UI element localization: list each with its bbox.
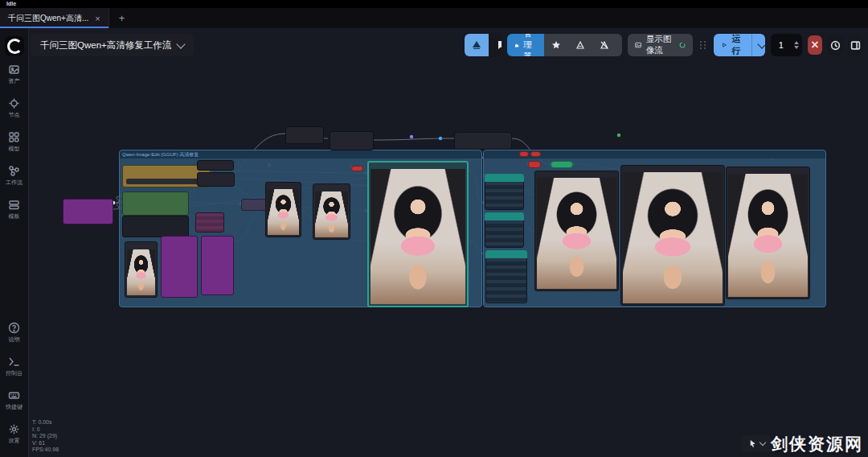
graph-node-greenbody[interactable] (122, 216, 189, 237)
image-preview-node[interactable] (726, 167, 810, 299)
graph-node-dark[interactable] (330, 131, 374, 150)
generated-image[interactable] (315, 191, 348, 237)
comfyui-logo[interactable] (5, 36, 24, 56)
graph-node-dark[interactable] (197, 160, 234, 171)
pointer-mode-button[interactable] (741, 435, 772, 452)
settings-icon (8, 423, 20, 435)
templates-icon (8, 199, 20, 211)
manager-button-group: 管理器 (507, 34, 622, 56)
active-tab-indicator (0, 27, 108, 28)
history-button[interactable] (828, 35, 842, 55)
graph-node-teal[interactable] (485, 212, 524, 248)
alert-b-button[interactable] (592, 34, 616, 56)
share-button[interactable] (616, 34, 623, 56)
sidebar-item-settings[interactable]: 设置 (8, 423, 20, 445)
image-preview-node[interactable] (620, 165, 725, 306)
image-preview-node[interactable] (367, 161, 469, 307)
watermark: 剑侠资源网 (771, 433, 863, 455)
graph-node-teal[interactable] (485, 250, 527, 303)
image-preview-node[interactable] (265, 182, 301, 237)
graph-node-purple[interactable] (201, 236, 234, 295)
workspace-button-group (465, 34, 502, 56)
stat-line: I: 0 (32, 426, 59, 434)
clock-history-icon (830, 40, 841, 51)
tab-bar: 千问三图Qwen+高清... × + (0, 8, 868, 28)
generated-image[interactable] (127, 249, 155, 295)
sidebar-item-assets[interactable]: 资产 (8, 64, 20, 85)
run-split-button: 运行 (714, 34, 765, 56)
sidebar-item-workflows[interactable]: 工作流 (6, 165, 23, 187)
generated-image[interactable] (537, 178, 616, 289)
graph-node-green[interactable] (122, 191, 189, 216)
sidebar-item-nodes[interactable]: 节点 (8, 97, 20, 119)
node-graph-canvas[interactable]: Qwen-Image-Edit (GGUF) 高清修复 (0, 0, 868, 457)
show-image-flow-button[interactable]: 显示图像流 (628, 34, 692, 56)
generated-image[interactable] (371, 169, 465, 304)
chevron-down-icon (759, 439, 765, 446)
workspace-logo-button[interactable] (465, 34, 489, 56)
alert-a-button[interactable] (568, 34, 592, 56)
run-label: 运行 (731, 34, 743, 56)
image-preview-node[interactable] (125, 241, 158, 298)
sidebar-item-label: 模板 (9, 212, 20, 220)
sidebar-item-help[interactable]: 说明 (8, 322, 20, 344)
show-image-flow-label: 显示图像流 (646, 34, 675, 56)
workflow-tab[interactable]: 千问三图Qwen+高清... × (0, 8, 109, 28)
chevron-down-icon (757, 39, 764, 48)
workflow-title-dropdown[interactable]: 千问三图Qwen+高清修复工作流 (31, 34, 194, 56)
graph-node-dark[interactable] (197, 172, 235, 187)
image-preview-node[interactable] (534, 171, 619, 291)
toolbar-drag-handle[interactable] (700, 41, 706, 49)
workflows-icon (8, 165, 20, 177)
graph-node-maroon[interactable] (195, 212, 224, 233)
alert-a-icon (575, 40, 585, 50)
batch-count-input[interactable] (777, 39, 792, 51)
graph-node-dark[interactable] (454, 132, 512, 150)
help-icon (8, 322, 20, 334)
run-button[interactable]: 运行 (714, 34, 751, 56)
cancel-run-button[interactable]: × (808, 35, 822, 55)
image-flow-group: 显示图像流 (628, 34, 692, 56)
sidebar-item-shortcuts[interactable]: 快捷键 (6, 389, 23, 411)
sidebar-item-models[interactable]: 模型 (8, 131, 20, 153)
star-button[interactable] (544, 34, 568, 56)
left-sidebar: 资产节点模型工作流模板说明控制台快捷键设置 (0, 28, 29, 457)
generated-image[interactable] (268, 189, 299, 235)
panel-toggle-button[interactable] (849, 35, 863, 55)
models-icon (8, 131, 20, 143)
star-icon (551, 40, 561, 50)
graph-node-redpill[interactable] (351, 166, 363, 171)
graph-node-greenpill[interactable] (551, 161, 573, 168)
puzzle-icon (514, 40, 519, 50)
batch-count-box (771, 34, 802, 56)
tab-close-icon[interactable]: × (95, 14, 100, 23)
shortcuts-icon (8, 389, 20, 401)
sidebar-item-label: 工作流 (6, 179, 23, 187)
bookmark-button[interactable] (489, 34, 502, 56)
graph-node-teal[interactable] (485, 174, 524, 210)
sidebar-item-label: 快捷键 (6, 403, 23, 411)
sidebar-item-templates[interactable]: 模板 (8, 199, 20, 220)
graph-node-redpill[interactable] (519, 151, 529, 157)
generated-image[interactable] (728, 174, 808, 297)
stepper-up[interactable] (794, 41, 799, 44)
cursor-icon (748, 439, 757, 448)
status-bar: Idle (0, 0, 868, 8)
new-tab-button[interactable]: + (109, 8, 135, 28)
run-options-dropdown[interactable] (751, 34, 765, 56)
manager-button[interactable]: 管理器 (507, 34, 544, 56)
sidebar-item-label: 说明 (9, 336, 20, 344)
stat-line: V: 61 (32, 440, 59, 447)
graph-node-dark[interactable] (285, 126, 324, 144)
generated-image[interactable] (623, 172, 723, 303)
image-preview-node[interactable] (313, 183, 350, 240)
sidebar-item-console[interactable]: 控制台 (6, 356, 23, 377)
graph-node-redpill[interactable] (528, 161, 541, 168)
graph-node-purple[interactable] (63, 199, 113, 224)
stepper-down[interactable] (794, 46, 799, 49)
graph-node-purple[interactable] (161, 236, 198, 298)
bookmark-icon (496, 40, 502, 50)
image-icon (635, 40, 641, 50)
nodes-icon (8, 97, 20, 109)
graph-node-redpill[interactable] (530, 151, 541, 157)
